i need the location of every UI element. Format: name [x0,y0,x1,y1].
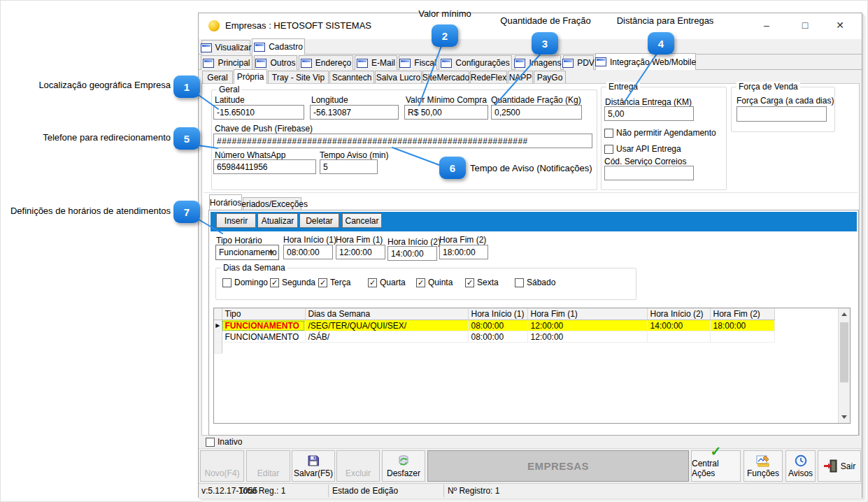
quantidade-fracao-input[interactable]: 0,2500 [491,105,582,120]
col-tipo[interactable]: Tipo [222,308,305,320]
checkbox-domingo[interactable]: Domingo [222,278,268,287]
checkbox-sabado[interactable]: Sábado [515,278,555,287]
longitude-input[interactable]: -56.13087 [310,105,399,120]
excluir-button[interactable]: Excluir [336,450,380,482]
tab-label: NAPP [509,73,532,83]
checkbox-segunda[interactable]: ✓ Segunda [270,278,315,287]
inativo-checkbox[interactable]: Inativo [206,437,242,447]
scroll-up-icon[interactable] [839,308,850,320]
maximize-button[interactable]: □ [790,16,820,34]
hora-fim2-input[interactable]: 18:00:00 [439,245,488,259]
tab-geral[interactable]: Geral [202,71,233,84]
central-acoes-button[interactable]: ✓ Central Ações [691,450,741,482]
window-icon [254,43,265,52]
tab-paygo[interactable]: PayGo [534,71,566,84]
chave-push-input[interactable]: ########################################… [213,134,592,148]
tab-redeflex[interactable]: RedeFlex [470,71,507,84]
tab-propria[interactable]: Própria [234,69,267,84]
tab-label: Geral [207,73,227,83]
hora-fim1-input[interactable]: 12:00:00 [336,245,385,259]
editar-button[interactable]: Editar [246,450,290,482]
checkbox-label: Quarta [380,278,406,287]
hora-inicio2-input[interactable]: 14:00:00 [387,246,437,261]
row-selector-header [214,308,222,320]
cancelar-button[interactable]: Cancelar [342,213,382,228]
checkbox-sexta[interactable]: ✓ Sexta [465,278,499,287]
tab-salva-lucro[interactable]: Salva Lucro [375,71,422,84]
tab-cadastro[interactable]: Cadastro [252,38,305,55]
col-hf2[interactable]: Hora Fim (2) [710,308,774,320]
checkbox-icon: ✓ [416,278,425,287]
funcoes-button[interactable]: Funções [744,450,783,482]
checkbox-quarta[interactable]: ✓ Quarta [368,278,406,287]
cell-tipo: FUNCIONAMENTO [222,320,305,331]
tab-label: Outros [270,58,295,68]
tab-visualizar[interactable]: Visualizar [201,40,250,55]
callout-label-7: Definições de horários de atendimentos [0,206,171,216]
salvar-button[interactable]: Salvar(F5) [292,450,335,482]
tab-outros[interactable]: Outros [254,55,297,70]
col-hf1[interactable]: Hora Fim (1) [527,308,647,320]
tempo-aviso-label: Tempo Aviso (min) [320,150,388,160]
tab-imagens[interactable]: Imagens [515,55,561,70]
window-icon [201,43,212,52]
whatsapp-input[interactable]: 65984411956 [213,159,316,174]
forca-carga-input[interactable] [737,106,827,122]
tab-endereco[interactable]: Endereço [299,55,353,70]
checkbox-quinta[interactable]: ✓ Quinta [416,278,453,287]
scroll-down-icon[interactable] [839,411,850,423]
tab-tray-site-vip[interactable]: Tray - Site Vip [268,71,329,84]
distancia-entrega-input[interactable]: 5,00 [604,106,694,121]
sair-button[interactable]: Sair [818,450,861,482]
grid-vertical-scrollbar[interactable] [838,308,850,423]
tab-principal[interactable]: Principal [201,55,252,70]
tab-label: Visualizar [215,43,252,52]
novo-button[interactable]: Novo(F4) [200,450,244,482]
hora-inicio1-label: Hora Início (1) [283,235,336,245]
tab-fiscal[interactable]: Fiscal [399,55,437,70]
tab-feriados-excecoes[interactable]: Feriados/Exceções [243,197,301,210]
tab-email[interactable]: E-Mail [355,55,397,70]
tab-label: Configurações [455,58,509,68]
tipo-horario-select[interactable]: Funcionamento [215,245,279,260]
col-dias[interactable]: Dias da Semana [305,308,468,320]
window-title: Empresas : HETOSOFT SISTEMAS [225,20,371,31]
tempo-aviso-input[interactable]: 5 [320,159,378,174]
cell-tipo: FUNCIONAMENTO [222,331,305,343]
col-hi2[interactable]: Hora Início (2) [647,308,710,320]
checkbox-terca[interactable]: ✓ Terça [318,278,350,287]
scrollbar-thumb[interactable] [840,322,848,382]
nao-permitir-agendamento-checkbox[interactable]: Não permitir Agendamento [604,128,716,138]
cell-hf2: 18:00:00 [710,320,774,331]
atualizar-button[interactable]: Atualizar [257,213,298,228]
checkbox-label: Não permitir Agendamento [616,128,716,138]
tab-sitemercado[interactable]: SiteMercado [422,71,469,84]
tab-napp[interactable]: NAPP [508,71,533,84]
minimize-button[interactable]: – [751,16,782,34]
status-estado: Estado de Edição [332,486,398,496]
desfazer-button[interactable]: Desfazer [382,450,425,482]
deletar-button[interactable]: Deletar [299,213,339,228]
callout-badge-4: 4 [648,32,674,55]
table-row[interactable]: FUNCIONAMENTO /SÁB/ 08:00:00 12:00:00 [214,331,774,343]
entrega-groupbox-title: Entrega [606,82,640,92]
avisos-button[interactable]: Avisos [785,450,816,482]
tab-integracao-web-mobile[interactable]: Integração Web/Mobile [595,53,696,70]
tab-label: SiteMercado [422,73,469,83]
tab-horarios[interactable]: Horários [209,194,242,210]
valor-minimo-input[interactable]: R$ 50,00 [404,105,488,120]
tab-configuracoes[interactable]: Configurações [439,55,512,70]
tab-scanntech[interactable]: Scanntech [329,71,374,84]
horarios-table: Tipo Dias da Semana Hora Início (1) Hora… [214,308,775,354]
table-row[interactable]: ▶ FUNCIONAMENTO /SEG/TER/QUA/QUI/SEX/ 08… [214,320,774,331]
close-button[interactable]: ✕ [825,16,855,34]
callout-badge-6: 6 [439,157,466,179]
col-hi1[interactable]: Hora Início (1) [468,308,527,320]
latitude-input[interactable]: -15.65010 [213,105,304,120]
hora-inicio1-input[interactable]: 08:00:00 [283,245,333,259]
inserir-button[interactable]: Inserir [216,213,256,228]
chart-ruler-icon [756,455,770,467]
tab-pdv[interactable]: PDV [563,55,594,70]
usar-api-entrega-checkbox[interactable]: Usar API Entrega [604,144,681,154]
cod-correios-input[interactable] [604,166,694,180]
